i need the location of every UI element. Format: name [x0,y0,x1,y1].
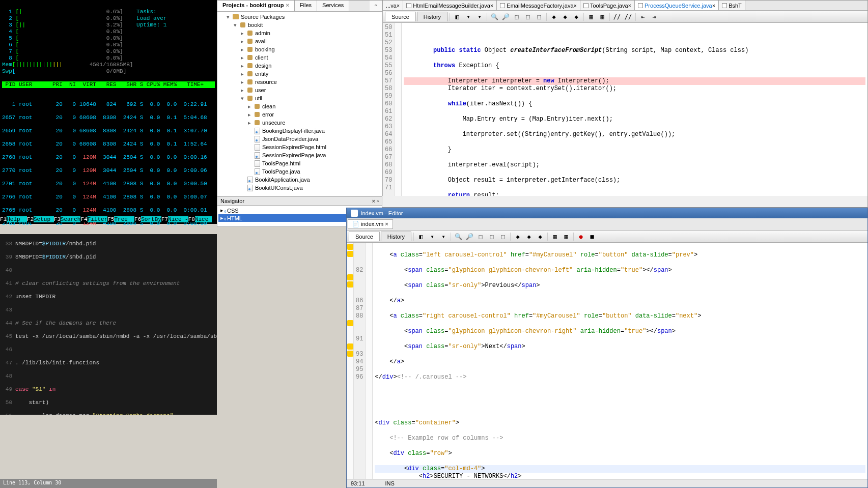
nav-icon[interactable]: ◆ [535,232,545,242]
shift-left-icon[interactable]: ⇤ [638,12,648,22]
process-row[interactable]: 2765 root 20 0 124M 4100 2808 S 0.0 0.0 … [2,207,215,214]
find-prev-icon[interactable]: 🔍 [489,12,499,22]
comment-icon[interactable]: // [612,12,622,22]
nav-icon[interactable]: ◆ [524,232,534,242]
tree-node[interactable]: ▸user [218,86,381,94]
tree-node[interactable]: ToolsPage.java [218,167,381,176]
toolbar-btn[interactable]: ▦ [586,12,596,22]
uncomment-icon[interactable]: // [623,12,633,22]
fold-gutter[interactable] [395,23,402,196]
code-text[interactable]: public static Object createInterfaceFrom… [402,23,867,196]
window-titlebar[interactable]: index.vm - Editor [347,208,867,218]
toolbar-btn[interactable]: ◆ [571,12,581,22]
editor-file-tabs[interactable]: ...va × HtmlEmailMessageBuilder.java × E… [383,1,867,11]
file-tab[interactable]: BshT [719,1,745,10]
float-editor-toolbar[interactable]: Source History ◧ ▾ ▾ 🔍 🔎 ⬚ ⬚ ⬚ ◆ ◆ ◆ ▦ ▦… [347,231,867,243]
tree-node[interactable]: ▸clean [218,102,381,110]
history-tab[interactable]: History [417,12,447,21]
project-panel-tabs[interactable]: Projects - bookit group× Files Services … [217,1,382,12]
stop-icon[interactable]: ■ [587,232,597,242]
close-icon[interactable]: × [574,3,577,9]
project-tree[interactable]: ▾Source Packages▾bookit▸admin▸avail▸book… [217,12,382,196]
toolbar-btn[interactable]: ▾ [438,232,449,242]
file-tab[interactable]: ToolsPage.java × [580,1,635,10]
toolbar-btn[interactable]: ▦ [561,232,571,242]
tab-projects[interactable]: Projects - bookit group× [217,1,295,11]
tree-node[interactable]: SessionExpiredPage.java [218,151,381,159]
tree-node[interactable]: BookingDisplayFilter.java [218,127,381,135]
tree-node[interactable]: ▸admin [218,29,381,37]
toolbar-btn[interactable]: ▦ [550,232,560,242]
minimize-icon[interactable]: ▫ [370,1,382,11]
tree-node[interactable]: ▸unsecure [218,119,381,127]
tree-node[interactable]: BookitUIConst.java [218,184,381,192]
tab-services[interactable]: Services [317,1,349,11]
tree-node[interactable]: ▸client [218,53,381,62]
function-bar[interactable]: F1Help F2Setup F3SearchF4FilterF5Tree F6… [0,216,217,223]
shell-script-editor[interactable]: 38NMBDPID=$PIDDIR/nmbd.pid 39SMBDPID=$PI… [0,234,217,415]
floating-editor-window[interactable]: index.vm - Editor 📄 index.vm × Source Hi… [346,208,868,488]
tree-node[interactable]: ▸design [218,62,381,70]
process-row[interactable]: 1 root 20 0 10648 824 692 S 0.0 0.0 0:22… [2,101,215,108]
find-icon[interactable]: 🔎 [464,232,474,242]
tree-node[interactable]: ToolsPage.html [218,159,381,167]
tree-node[interactable]: ▾Source Packages [218,13,381,21]
tree-node[interactable]: BookitApplication.java [218,176,381,184]
tree-node[interactable]: JsonDataProvider.java [218,135,381,143]
toolbar-btn[interactable]: ⬚ [475,232,486,242]
close-icon[interactable]: × [628,3,631,9]
toolbar-btn[interactable]: ⬚ [534,12,544,22]
file-tab-indexvm[interactable]: 📄 index.vm × [348,219,393,229]
file-tab[interactable]: ProcessQueueService.java × [635,1,719,10]
nav-icon[interactable]: ◆ [513,232,523,242]
toolbar-btn[interactable]: ▾ [463,12,473,22]
float-file-tabs[interactable]: 📄 index.vm × [347,218,867,231]
close-icon[interactable]: × [490,3,493,9]
close-icon[interactable]: × [397,3,400,9]
html-code-editor[interactable]: !! !! !!! 82 868788 91 93949596 <a class… [347,243,867,479]
tree-node[interactable]: ▸avail [218,37,381,45]
source-tab[interactable]: Source [349,232,380,241]
process-row[interactable]: 2766 root 20 0 124M 4100 2808 S 0.0 0.0 … [2,194,215,200]
process-row[interactable]: 2770 root 20 0 120M 3044 2504 S 0.0 0.0 … [2,167,215,174]
file-tab[interactable]: EmailMessageFactory.java × [497,1,580,10]
tree-node[interactable]: ▾util [218,94,381,102]
toolbar-btn[interactable]: ◧ [416,232,426,242]
close-icon[interactable]: × [712,3,715,9]
process-row[interactable]: 2657 root 20 0 68608 8308 2424 S 0.0 0.1… [2,114,215,121]
nav-back-icon[interactable]: ◆ [549,12,559,22]
tree-node[interactable]: ▸error [218,110,381,119]
record-icon[interactable]: ● [576,232,586,242]
tree-node[interactable]: ▸entity [218,70,381,78]
process-row[interactable]: 2768 root 20 0 120M 3044 2504 S 0.0 0.0 … [2,154,215,161]
file-tab[interactable]: HtmlEmailMessageBuilder.java × [403,1,497,10]
toolbar-btn[interactable]: ▾ [427,232,437,242]
tree-node[interactable]: SessionExpiredPage.html [218,143,381,151]
process-row[interactable]: 2658 root 20 0 68608 8308 2424 S 0.0 0.1… [2,141,215,148]
editor-toolbar[interactable]: Source History ◧ ▾ ▾ 🔍 🔎 ⬚ ⬚ ⬚ ◆ ◆ ◆ ▦ ▦ [383,11,867,23]
toolbar-btn[interactable]: ⬚ [512,12,522,22]
toolbar-btn[interactable]: ⬚ [487,232,497,242]
nav-fwd-icon[interactable]: ◆ [560,12,570,22]
code-text[interactable]: <a class="left carousel-control" href="#… [373,243,867,479]
tab-files[interactable]: Files [295,1,317,11]
fold-gutter[interactable] [366,243,373,479]
toolbar-btn[interactable]: ⬚ [523,12,533,22]
tree-node[interactable]: ▸resource [218,78,381,86]
close-icon[interactable]: × ▫ [372,198,379,204]
history-tab[interactable]: History [381,232,411,241]
file-tab[interactable]: ...va × [383,1,403,10]
process-row[interactable]: 2701 root 20 0 124M 4100 2808 S 0.0 0.0 … [2,181,215,187]
close-icon[interactable]: × [385,221,388,227]
shift-right-icon[interactable]: ⇥ [649,12,659,22]
source-tab[interactable]: Source [385,12,416,21]
find-icon[interactable]: 🔍 [453,232,463,242]
toolbar-btn[interactable]: ◧ [452,12,462,22]
close-icon[interactable]: × [286,2,289,8]
toolbar-btn[interactable]: ▦ [597,12,607,22]
tree-node[interactable]: ▸booking [218,45,381,53]
find-next-icon[interactable]: 🔎 [500,12,511,22]
process-row[interactable]: 2659 root 20 0 68608 8308 2424 S 0.0 0.1… [2,128,215,134]
tree-node[interactable]: ▾bookit [218,21,381,29]
toolbar-btn[interactable]: ▾ [474,12,485,22]
